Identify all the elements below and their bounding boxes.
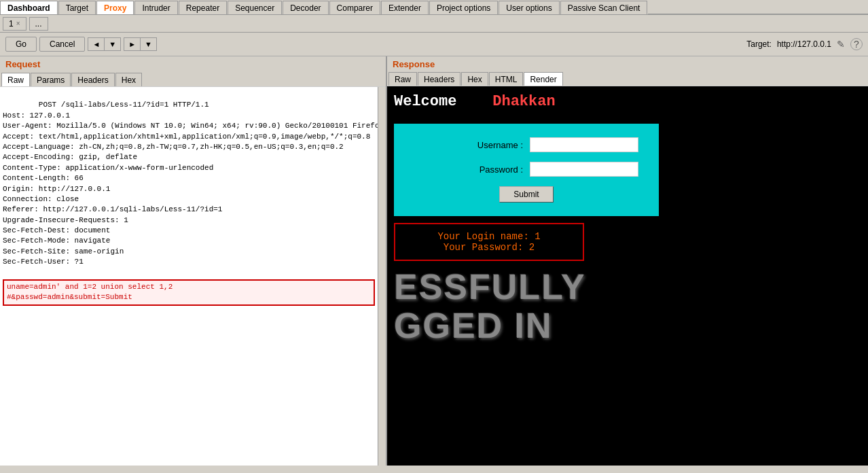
response-tab-headers[interactable]: Headers	[418, 72, 460, 86]
tab-decoder[interactable]: Decoder	[283, 1, 328, 14]
tab-intruder[interactable]: Intruder	[134, 1, 177, 14]
response-tab-raw[interactable]: Raw	[388, 72, 417, 86]
tab-1[interactable]: 1 ×	[3, 17, 26, 31]
tab-dashboard[interactable]: Dashboard	[0, 1, 58, 14]
request-scrollbar[interactable]	[378, 87, 386, 466]
tab-extender[interactable]: Extender	[381, 1, 429, 14]
tab-repeater[interactable]: Repeater	[179, 1, 227, 14]
go-button[interactable]: Go	[5, 37, 37, 52]
tab-comparer[interactable]: Comparer	[329, 1, 380, 14]
target-url: http://127.0.0.1	[777, 39, 831, 49]
main-tab-bar: Dashboard Target Proxy Intruder Repeater…	[0, 0, 868, 15]
toolbar: Go Cancel ◄ ▼ ► ▼ Target: http://127.0.0…	[0, 33, 868, 56]
success-line2: GGED IN	[394, 306, 861, 345]
request-header: Request	[0, 56, 386, 72]
request-body[interactable]: POST /sqli-labs/Less-11/?id=1 HTTP/1.1 H…	[0, 87, 386, 466]
submit-row: Submit	[414, 186, 638, 203]
success-text: ESSFULLY GGED IN	[394, 268, 861, 345]
tab-proxy[interactable]: Proxy	[96, 1, 134, 14]
tab-passive-scan-client[interactable]: Passive Scan Client	[560, 1, 648, 14]
right-panel: Response Raw Headers Hex HTML Render Wel…	[387, 56, 868, 466]
cancel-button[interactable]: Cancel	[39, 37, 85, 52]
tab-sequencer[interactable]: Sequencer	[228, 1, 282, 14]
success-line1: ESSFULLY	[394, 268, 861, 306]
back-dropdown[interactable]: ▼	[105, 38, 120, 50]
response-tabs: Raw Headers Hex HTML Render	[387, 72, 868, 86]
tab-target[interactable]: Target	[58, 1, 96, 14]
dhakkan-text: Dhakkan	[492, 93, 555, 110]
welcome-text: Welcome Dhakkan	[394, 93, 861, 110]
help-icon[interactable]: ?	[850, 38, 863, 50]
request-tab-raw[interactable]: Raw	[1, 73, 30, 86]
response-tab-html[interactable]: HTML	[489, 72, 524, 86]
main-content: Request Raw Params Headers Hex POST /sql…	[0, 56, 868, 466]
tab-bar-end	[648, 14, 868, 14]
username-input[interactable]	[530, 137, 638, 152]
tab-project-options[interactable]: Project options	[429, 1, 498, 14]
request-tab-params[interactable]: Params	[31, 73, 71, 86]
request-text: POST /sqli-labs/Less-11/?id=1 HTTP/1.1 H…	[3, 101, 386, 266]
back-button[interactable]: ◄	[88, 38, 105, 50]
result-line2: Your Password: 2	[409, 242, 569, 253]
tab-1-label: 1	[9, 19, 14, 29]
response-tab-hex[interactable]: Hex	[461, 72, 488, 86]
request-highlight: uname=admin' and 1=2 union select 1,2 #&…	[3, 279, 375, 306]
back-nav-group: ◄ ▼	[88, 37, 121, 51]
forward-dropdown[interactable]: ▼	[141, 38, 156, 50]
target-info: Target: http://127.0.0.1 ✎ ?	[746, 38, 863, 50]
password-input[interactable]	[530, 162, 638, 177]
submit-button[interactable]: Submit	[499, 186, 553, 203]
password-label: Password :	[480, 164, 523, 175]
request-tab-hex[interactable]: Hex	[115, 73, 142, 86]
username-row: Username :	[414, 137, 638, 152]
login-box: Username : Password : Submit	[394, 124, 659, 216]
welcome-word: Welcome	[394, 93, 456, 110]
tab-user-options[interactable]: User options	[499, 1, 559, 14]
tab-number-bar: 1 × ...	[0, 15, 868, 33]
result-line1: Your Login name: 1	[409, 231, 569, 242]
result-box: Your Login name: 1 Your Password: 2	[394, 223, 584, 261]
edit-icon[interactable]: ✎	[837, 39, 845, 50]
response-header: Response	[387, 56, 868, 72]
request-tab-headers[interactable]: Headers	[71, 73, 114, 86]
target-label: Target:	[746, 39, 772, 49]
request-tabs: Raw Params Headers Hex	[0, 72, 386, 87]
forward-button[interactable]: ►	[124, 38, 141, 50]
username-label: Username :	[477, 140, 523, 150]
tab-ellipsis[interactable]: ...	[29, 17, 48, 31]
response-body[interactable]: Welcome Dhakkan Username : Password : Su…	[387, 86, 868, 466]
forward-nav-group: ► ▼	[124, 37, 157, 51]
tab-1-close[interactable]: ×	[16, 20, 20, 27]
response-tab-render[interactable]: Render	[524, 72, 562, 86]
password-row: Password :	[414, 162, 638, 177]
left-panel: Request Raw Params Headers Hex POST /sql…	[0, 56, 387, 466]
